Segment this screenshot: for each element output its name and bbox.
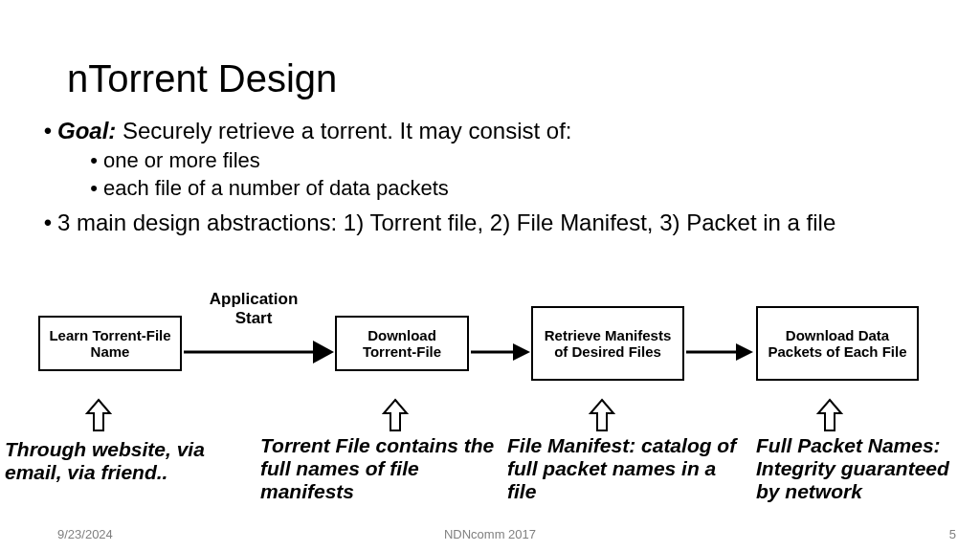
flow-box-download-packets: Download Data Packets of Each File [756, 306, 919, 381]
annotation-2: Torrent File contains the full names of … [260, 434, 500, 503]
annotation-1: Through website, via email, via friend.. [5, 438, 234, 484]
flow-box-download-torrent: Download Torrent-File [335, 316, 469, 371]
arrow-up-icon [84, 398, 113, 432]
annotation-3: File Manifest: catalog of full packet na… [507, 434, 746, 503]
goal-text: Securely retrieve a torrent. It may cons… [116, 118, 571, 143]
sub-bullet-2: • each file of a number of data packets [84, 175, 938, 202]
sub-bullet-text: one or more files [103, 147, 260, 174]
bullet-dot: • [38, 117, 57, 145]
arrow-right-icon [184, 343, 333, 361]
slide-title: nTorrent Design [67, 57, 337, 100]
arrow-right-icon [686, 343, 753, 361]
arrow-right-icon [471, 343, 530, 361]
footer-center: NDNcomm 2017 [0, 527, 980, 541]
bullet-list: • Goal: Securely retrieve a torrent. It … [38, 115, 938, 237]
sub-bullet-1: • one or more files [84, 147, 938, 174]
flow-box-retrieve-manifests: Retrieve Manifests of Desired Files [531, 306, 684, 381]
arrow-up-icon [588, 398, 616, 432]
footer-page-number: 5 [949, 527, 956, 541]
goal-label: Goal: [57, 118, 116, 143]
bullet-dot: • [38, 209, 57, 237]
annotation-4: Full Packet Names: Integrity guaranteed … [756, 434, 967, 503]
arrow-up-icon [381, 398, 410, 432]
bullet-text: 3 main design abstractions: 1) Torrent f… [57, 209, 835, 237]
application-start-label: Application Start [191, 290, 316, 328]
slide: nTorrent Design • Goal: Securely retriev… [0, 0, 980, 551]
flow-box-learn-name: Learn Torrent-File Name [38, 316, 182, 371]
bullet-abstractions: • 3 main design abstractions: 1) Torrent… [38, 209, 938, 237]
bullet-dot: • [84, 147, 103, 174]
arrow-up-icon [815, 398, 844, 432]
bullet-goal: • Goal: Securely retrieve a torrent. It … [38, 117, 938, 145]
sub-bullets: • one or more files • each file of a num… [84, 147, 938, 201]
bullet-dot: • [84, 175, 103, 202]
sub-bullet-text: each file of a number of data packets [103, 175, 449, 202]
bullet-text: Goal: Securely retrieve a torrent. It ma… [57, 117, 572, 145]
